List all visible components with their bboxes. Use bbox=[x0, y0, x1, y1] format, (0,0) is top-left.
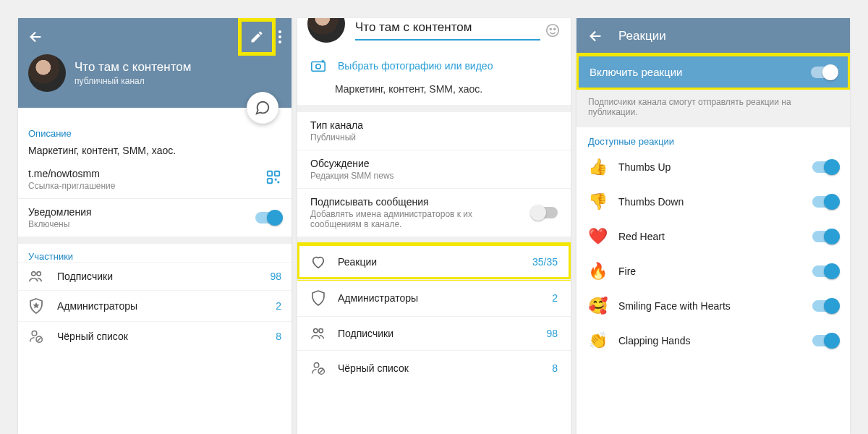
reaction-toggle[interactable] bbox=[812, 231, 838, 242]
svg-point-9 bbox=[37, 272, 41, 276]
admins-row[interactable]: Администраторы 2 bbox=[297, 279, 571, 316]
shield-icon bbox=[28, 298, 44, 314]
channel-edit-panel: Выбрать фотографию или видео Маркетинг, … bbox=[297, 18, 571, 434]
list-item-label: Администраторы bbox=[57, 300, 263, 312]
list-item-count: 98 bbox=[270, 271, 281, 282]
channel-description: Маркетинг, контент, SMM, хаос. bbox=[28, 145, 281, 156]
enable-reactions-toggle[interactable] bbox=[811, 67, 837, 78]
reaction-toggle[interactable] bbox=[812, 196, 838, 208]
svg-rect-4 bbox=[275, 171, 279, 176]
channel-avatar[interactable] bbox=[307, 18, 345, 43]
blacklist-row[interactable]: Чёрный список 8 bbox=[18, 321, 292, 351]
list-item-label: Подписчики bbox=[57, 271, 257, 282]
channel-type-label: публичный канал bbox=[75, 76, 191, 86]
subscribers-row[interactable]: Подписчики 98 bbox=[297, 316, 571, 350]
sign-messages-row[interactable]: Подписывать сообщения Добавлять имена ад… bbox=[297, 188, 571, 237]
shield-icon bbox=[310, 290, 326, 306]
channel-description-input[interactable]: Маркетинг, контент, SMM, хаос. bbox=[297, 83, 571, 105]
reaction-emoji: 👏 bbox=[588, 331, 607, 350]
reaction-row[interactable]: 🥰 Smiling Face with Hearts bbox=[576, 289, 850, 323]
people-icon bbox=[310, 327, 326, 340]
notifications-row[interactable]: Уведомления Включены bbox=[18, 198, 292, 237]
notifications-label: Уведомления bbox=[28, 206, 92, 218]
reactions-row[interactable]: Реакции 35/35 bbox=[297, 244, 571, 279]
qr-icon[interactable] bbox=[265, 169, 281, 185]
discussion-row[interactable]: Обсуждение Редакция SMM news bbox=[297, 150, 571, 188]
svg-point-16 bbox=[316, 64, 320, 69]
reaction-toggle[interactable] bbox=[812, 300, 838, 312]
svg-point-12 bbox=[547, 25, 559, 37]
camera-plus-icon bbox=[310, 59, 326, 73]
invite-link-label: Ссылка-приглашение bbox=[28, 181, 115, 191]
list-item-count: 2 bbox=[276, 300, 281, 312]
setting-label: Подписывать сообщения bbox=[310, 196, 522, 208]
list-item-label: Чёрный список bbox=[338, 362, 540, 374]
svg-point-2 bbox=[278, 41, 281, 43]
reaction-emoji: 🥰 bbox=[588, 297, 607, 315]
reactions-header: Реакции bbox=[576, 18, 850, 54]
emoji-icon[interactable] bbox=[545, 22, 561, 38]
back-icon[interactable] bbox=[28, 29, 44, 45]
svg-point-8 bbox=[32, 272, 36, 276]
select-photo-button[interactable]: Выбрать фотографию или видео bbox=[297, 48, 571, 83]
notifications-status: Включены bbox=[28, 219, 92, 229]
back-icon[interactable] bbox=[588, 28, 604, 44]
block-icon bbox=[28, 329, 44, 344]
reaction-emoji: 🔥 bbox=[588, 262, 607, 281]
channel-name: Что там с контентом bbox=[75, 60, 191, 75]
svg-point-10 bbox=[32, 331, 37, 336]
reaction-row[interactable]: 👎 Thumbs Down bbox=[576, 184, 850, 219]
select-photo-label: Выбрать фотографию или видео bbox=[338, 60, 493, 72]
channel-avatar[interactable] bbox=[28, 54, 66, 92]
setting-label: Тип канала bbox=[310, 119, 558, 131]
blacklist-row[interactable]: Чёрный список 8 bbox=[297, 350, 571, 386]
list-item-count: 2 bbox=[552, 292, 558, 304]
setting-hint: Добавлять имена администраторов к их соо… bbox=[310, 209, 522, 229]
svg-point-0 bbox=[278, 30, 281, 33]
reaction-row[interactable]: 🔥 Fire bbox=[576, 254, 850, 289]
reaction-emoji: 👍 bbox=[588, 158, 607, 176]
reaction-toggle[interactable] bbox=[812, 335, 838, 346]
more-icon[interactable] bbox=[278, 30, 281, 43]
list-item-label: Чёрный список bbox=[57, 331, 263, 342]
reaction-toggle[interactable] bbox=[812, 265, 838, 277]
setting-value: Редакция SMM news bbox=[310, 171, 558, 181]
reactions-label: Реакции bbox=[338, 256, 521, 268]
svg-rect-6 bbox=[275, 179, 277, 181]
reaction-row[interactable]: ❤️ Red Heart bbox=[576, 219, 850, 254]
list-item-count: 98 bbox=[546, 328, 558, 339]
admins-row[interactable]: Администраторы 2 bbox=[18, 290, 292, 321]
reactions-settings-panel: Реакции Включить реакции Подписчики кана… bbox=[576, 18, 850, 434]
svg-point-18 bbox=[319, 329, 323, 333]
svg-point-1 bbox=[278, 35, 281, 38]
enable-reactions-label: Включить реакции bbox=[590, 66, 682, 78]
channel-header: Что там с контентом публичный канал bbox=[18, 18, 292, 108]
enable-reactions-row[interactable]: Включить реакции bbox=[576, 54, 850, 90]
channel-name-input[interactable] bbox=[355, 20, 540, 41]
channel-type-row[interactable]: Тип канала Публичный bbox=[297, 112, 571, 150]
list-item-label: Администраторы bbox=[338, 292, 540, 304]
list-item-label: Подписчики bbox=[338, 328, 535, 339]
reaction-row[interactable]: 👏 Clapping Hands bbox=[576, 323, 850, 358]
reaction-toggle[interactable] bbox=[812, 161, 838, 173]
heart-icon bbox=[310, 255, 326, 269]
svg-point-17 bbox=[314, 329, 318, 333]
available-reactions-label: Доступные реакции bbox=[576, 127, 850, 150]
reaction-name: Clapping Hands bbox=[618, 335, 801, 346]
svg-point-13 bbox=[550, 28, 551, 30]
message-fab[interactable] bbox=[247, 92, 278, 124]
reactions-count: 35/35 bbox=[532, 256, 558, 268]
subscribers-row[interactable]: Подписчики 98 bbox=[18, 262, 292, 290]
description-section-label: Описание bbox=[28, 128, 281, 139]
invite-link[interactable]: t.me/nowtosmm bbox=[28, 168, 115, 179]
reactions-hint: Подписчики канала смогут отправлять реак… bbox=[576, 90, 850, 127]
reaction-row[interactable]: 👍 Thumbs Up bbox=[576, 150, 850, 184]
setting-label: Обсуждение bbox=[310, 158, 558, 169]
reaction-emoji: ❤️ bbox=[588, 227, 607, 246]
sign-messages-toggle[interactable] bbox=[532, 207, 558, 218]
reaction-name: Thumbs Down bbox=[618, 196, 801, 208]
notifications-toggle[interactable] bbox=[255, 212, 281, 224]
list-item-count: 8 bbox=[552, 362, 558, 374]
edit-button[interactable] bbox=[239, 20, 274, 54]
reaction-name: Smiling Face with Hearts bbox=[618, 300, 801, 312]
